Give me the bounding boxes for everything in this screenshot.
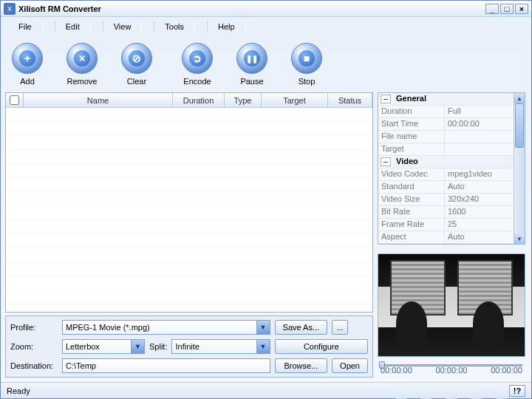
split-value: Infinite [175, 342, 199, 351]
seek-thumb[interactable] [379, 361, 385, 369]
preview-image [396, 301, 427, 346]
plus-icon: + [19, 50, 35, 66]
configure-button[interactable]: Configure [275, 339, 368, 354]
titlebar: X Xilisoft RM Converter _ □ × [1, 1, 531, 17]
dropdown-icon: ▼ [131, 340, 144, 353]
menu-tools[interactable]: Tools [154, 21, 195, 33]
list-header: Name Duration Type Target Status [6, 93, 372, 108]
time-current: 00:00:00 [436, 366, 468, 375]
seek-track [381, 364, 522, 366]
time-elapsed: 00:00:00 [381, 366, 412, 375]
destination-input[interactable]: C:\Temp [62, 358, 270, 373]
collapse-icon[interactable]: – [381, 95, 391, 103]
app-window: X Xilisoft RM Converter _ □ × File Edit … [0, 0, 532, 399]
window-title: Xilisoft RM Converter [18, 4, 484, 13]
preview-image [473, 301, 504, 346]
header-type[interactable]: Type [225, 93, 262, 107]
header-duration[interactable]: Duration [173, 93, 225, 107]
browse-button[interactable]: Browse... [275, 358, 328, 373]
section-video[interactable]: –Video [378, 156, 514, 168]
open-button[interactable]: Open [332, 358, 368, 373]
settings-panel: Profile: MPEG-1 Movie (*.mpg) ▼ Save As.… [5, 316, 373, 378]
stop-icon: ■ [299, 50, 315, 66]
section-general[interactable]: –General [378, 93, 514, 106]
prop-row: Bit Rate1600 [378, 206, 514, 219]
menu-file[interactable]: File [8, 21, 43, 33]
scroll-down-icon[interactable]: ▼ [514, 233, 525, 244]
app-icon: X [4, 3, 16, 15]
prop-row: AspectAuto [378, 231, 514, 244]
prop-row: Start Time00:00:00 [378, 118, 514, 131]
stop-button[interactable]: ■Stop [287, 43, 326, 86]
properties-panel: –General DurationFull Start Time00:00:00… [378, 92, 525, 245]
header-status[interactable]: Status [328, 93, 372, 107]
list-body[interactable] [6, 108, 372, 312]
menu-edit[interactable]: Edit [55, 21, 91, 33]
add-button[interactable]: +Add [8, 43, 47, 86]
encode-label: Encode [183, 77, 211, 86]
profile-label: Profile: [10, 323, 58, 332]
prop-row: File name [378, 131, 514, 143]
prop-row: Video Size320x240 [378, 194, 514, 206]
encode-button[interactable]: ➲Encode [178, 43, 216, 86]
dropdown-icon: ▼ [256, 321, 270, 334]
dropdown-icon: ▼ [256, 340, 270, 353]
prop-row: Video Codecmpeg1video [378, 168, 514, 181]
properties-scrollbar[interactable]: ▲ ▼ [514, 93, 525, 244]
status-text: Ready [7, 386, 30, 395]
scroll-thumb[interactable] [515, 103, 524, 148]
zoom-select[interactable]: Letterbox ▼ [62, 339, 145, 354]
menu-view[interactable]: View [103, 21, 143, 33]
menubar: File Edit View Tools Help [1, 17, 531, 36]
destination-label: Destination: [10, 361, 58, 370]
header-checkbox[interactable] [6, 93, 24, 107]
properties-table[interactable]: –General DurationFull Start Time00:00:00… [378, 93, 514, 244]
zoom-value: Letterbox [66, 342, 100, 351]
clear-icon: ⊘ [129, 50, 145, 66]
remove-label: Remove [67, 77, 98, 86]
minimize-button[interactable]: _ [485, 4, 499, 14]
right-column: –General DurationFull Start Time00:00:00… [378, 92, 525, 378]
destination-value: C:\Temp [66, 361, 96, 370]
toolbar-group-encode: ➲Encode ❚❚Pause ■Stop [178, 43, 326, 86]
toolbar: +Add ×Remove ⊘Clear ➲Encode ❚❚Pause ■Sto… [1, 36, 531, 92]
profile-select[interactable]: MPEG-1 Movie (*.mpg) ▼ [62, 320, 270, 335]
split-label: Split: [149, 342, 167, 351]
remove-button[interactable]: ×Remove [63, 43, 101, 86]
pause-button[interactable]: ❚❚Pause [233, 43, 271, 86]
clear-label: Clear [127, 77, 146, 86]
prop-row: DurationFull [378, 106, 514, 118]
save-as-button[interactable]: Save As... [275, 320, 328, 335]
toolbar-group-edit: +Add ×Remove ⊘Clear [8, 43, 156, 86]
file-list: Name Duration Type Target Status [5, 92, 373, 313]
close-button[interactable]: × [515, 4, 528, 14]
header-name[interactable]: Name [24, 93, 173, 107]
scroll-up-icon[interactable]: ▲ [514, 93, 525, 103]
profile-value: MPEG-1 Movie (*.mpg) [66, 323, 150, 332]
add-label: Add [20, 77, 35, 86]
prop-row: StandardAuto [378, 181, 514, 194]
prop-row: Frame Rate25 [378, 219, 514, 231]
header-target[interactable]: Target [262, 93, 328, 107]
stop-label: Stop [299, 77, 316, 86]
clear-button[interactable]: ⊘Clear [117, 43, 156, 86]
help-button[interactable]: !? [509, 385, 525, 397]
profile-more-button[interactable]: ... [332, 320, 348, 335]
status-bar: Ready !? [1, 382, 531, 398]
body: Name Duration Type Target Status Profile… [1, 92, 531, 382]
collapse-icon[interactable]: – [381, 157, 391, 166]
preview-pane[interactable] [378, 253, 525, 357]
left-column: Name Duration Type Target Status Profile… [5, 92, 373, 378]
prop-row: Target [378, 143, 514, 156]
pause-label: Pause [240, 77, 263, 86]
split-select[interactable]: Infinite ▼ [171, 339, 270, 354]
pause-icon: ❚❚ [244, 50, 260, 66]
zoom-label: Zoom: [10, 342, 58, 351]
menu-help[interactable]: Help [207, 21, 246, 33]
x-icon: × [74, 50, 90, 66]
time-total: 00:00:00 [491, 366, 522, 375]
encode-icon: ➲ [189, 50, 205, 66]
maximize-button[interactable]: □ [500, 4, 514, 14]
time-readout: 00:00:00 00:00:00 00:00:00 [378, 366, 525, 375]
